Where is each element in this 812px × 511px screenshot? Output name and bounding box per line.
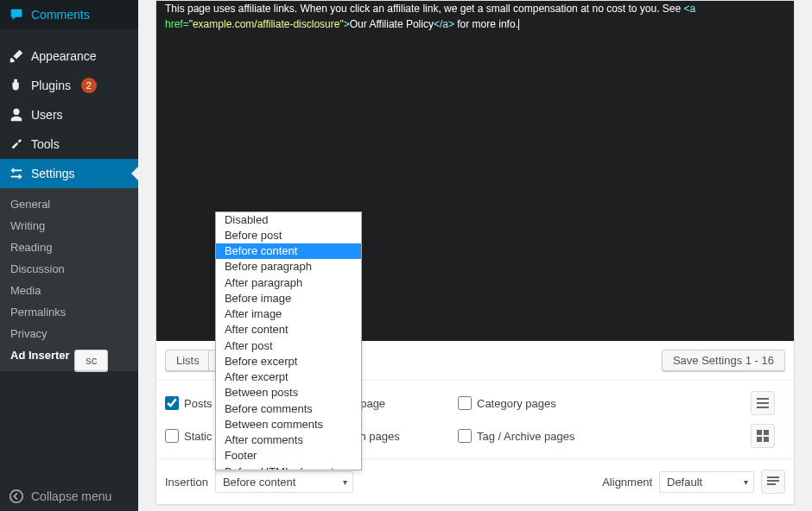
collapse-icon bbox=[9, 489, 24, 504]
dropdown-item[interactable]: Before excerpt bbox=[216, 354, 361, 369]
menu-label: Tools bbox=[31, 137, 60, 151]
brush-icon bbox=[9, 48, 24, 64]
dropdown-item[interactable]: Before paragraph bbox=[216, 259, 361, 274]
insertion-dropdown[interactable]: DisabledBefore postBefore contentBefore … bbox=[215, 211, 362, 470]
svg-rect-2 bbox=[764, 430, 769, 435]
menu-label: Appearance bbox=[31, 49, 97, 63]
wrench-icon bbox=[9, 136, 24, 152]
svg-rect-7 bbox=[767, 483, 776, 485]
comment-icon bbox=[9, 7, 24, 22]
menu-item-comments[interactable]: Comments bbox=[0, 0, 138, 29]
menu-label: Users bbox=[31, 108, 63, 122]
insertion-value: Before content bbox=[223, 476, 296, 489]
submenu-general[interactable]: General bbox=[0, 193, 138, 215]
tag-checkbox-input[interactable] bbox=[458, 429, 472, 443]
svg-rect-3 bbox=[757, 437, 762, 442]
dropdown-item[interactable]: After image bbox=[216, 306, 361, 322]
alignment-value: Default bbox=[667, 476, 702, 489]
cursor bbox=[518, 19, 519, 30]
user-icon bbox=[9, 107, 24, 123]
collapse-label: Collapse menu bbox=[31, 489, 111, 503]
dropdown-item[interactable]: After comments bbox=[216, 432, 361, 448]
code-tag: <a bbox=[684, 3, 699, 15]
checkbox-tag[interactable]: Tag / Archive pages bbox=[458, 429, 598, 443]
dropdown-item[interactable]: Footer bbox=[216, 448, 361, 464]
dropdown-item[interactable]: Before comments bbox=[216, 401, 361, 417]
chk-label: Posts bbox=[184, 397, 213, 410]
insertion-label: Insertion bbox=[165, 476, 208, 489]
lists-button[interactable]: Lists bbox=[165, 350, 211, 371]
code-val: "example.com/affiliate-disclosure" bbox=[189, 18, 344, 30]
code-tag: > bbox=[344, 18, 350, 30]
dropdown-item[interactable]: Before content bbox=[216, 243, 361, 259]
dropdown-item[interactable]: Before image bbox=[216, 291, 361, 306]
dropdown-item[interactable]: After excerpt bbox=[216, 369, 361, 385]
insertion-select[interactable]: Before content bbox=[215, 471, 353, 493]
static-checkbox-input[interactable] bbox=[165, 429, 179, 443]
code-text: Our Affiliate Policy bbox=[350, 18, 434, 30]
posts-checkbox-input[interactable] bbox=[165, 396, 179, 410]
alignment-select[interactable]: Default bbox=[659, 471, 754, 493]
settings-submenu: General Writing Reading Discussion Media… bbox=[0, 188, 138, 371]
alignment-label: Alignment bbox=[602, 476, 652, 489]
svg-rect-5 bbox=[767, 476, 779, 478]
dropdown-item[interactable]: Before HTML element bbox=[216, 464, 361, 470]
save-button[interactable]: Save Settings 1 - 16 bbox=[662, 350, 785, 371]
list-view-icon[interactable] bbox=[751, 391, 775, 415]
dropdown-item[interactable]: After content bbox=[216, 322, 361, 338]
menu-item-tools[interactable]: Tools bbox=[0, 129, 138, 159]
dropdown-item[interactable]: Disabled bbox=[216, 212, 361, 228]
menu-item-users[interactable]: Users bbox=[0, 100, 138, 129]
submenu-media[interactable]: Media bbox=[0, 280, 138, 301]
submenu-adinserter[interactable]: Ad Inserter bbox=[0, 344, 138, 366]
code-tag: </a> bbox=[434, 18, 454, 30]
code-text: This page uses affiliate links. When you… bbox=[165, 3, 684, 15]
dropdown-item[interactable]: Between comments bbox=[216, 417, 361, 432]
submenu-reading[interactable]: Reading bbox=[0, 237, 138, 258]
menu-item-settings[interactable]: Settings bbox=[0, 159, 138, 188]
plug-icon bbox=[9, 78, 24, 93]
menu-item-appearance[interactable]: Appearance bbox=[0, 41, 138, 71]
submenu-writing[interactable]: Writing bbox=[0, 215, 138, 237]
submenu-discussion[interactable]: Discussion bbox=[0, 258, 138, 280]
dropdown-item[interactable]: After paragraph bbox=[216, 275, 361, 291]
sliders-icon bbox=[9, 166, 24, 181]
svg-rect-1 bbox=[757, 430, 762, 435]
dropdown-item[interactable]: After post bbox=[216, 338, 361, 354]
chk-label: Category pages bbox=[477, 397, 556, 410]
sc-button[interactable]: sc bbox=[74, 350, 108, 371]
submenu-permalinks[interactable]: Permalinks bbox=[0, 301, 138, 323]
chk-label: Tag / Archive pages bbox=[477, 430, 574, 443]
submenu-privacy[interactable]: Privacy bbox=[0, 323, 138, 344]
grid-view-icon[interactable] bbox=[751, 424, 775, 448]
category-checkbox-input[interactable] bbox=[458, 396, 472, 410]
svg-rect-4 bbox=[764, 437, 769, 442]
alignment-preview-icon[interactable] bbox=[761, 470, 785, 494]
menu-label: Comments bbox=[31, 8, 90, 22]
menu-item-collapse[interactable]: Collapse menu bbox=[0, 482, 138, 511]
svg-point-0 bbox=[10, 490, 22, 502]
menu-item-plugins[interactable]: Plugins 2 bbox=[0, 71, 138, 100]
dropdown-item[interactable]: Before post bbox=[216, 228, 361, 243]
code-text: for more info. bbox=[454, 18, 518, 30]
code-attr: href= bbox=[165, 18, 189, 30]
menu-label: Settings bbox=[31, 167, 75, 180]
plugins-badge: 2 bbox=[81, 78, 97, 93]
dropdown-item[interactable]: Between posts bbox=[216, 385, 361, 401]
svg-rect-6 bbox=[767, 480, 779, 482]
menu-label: Plugins bbox=[31, 79, 71, 92]
checkbox-category[interactable]: Category pages bbox=[458, 396, 598, 410]
